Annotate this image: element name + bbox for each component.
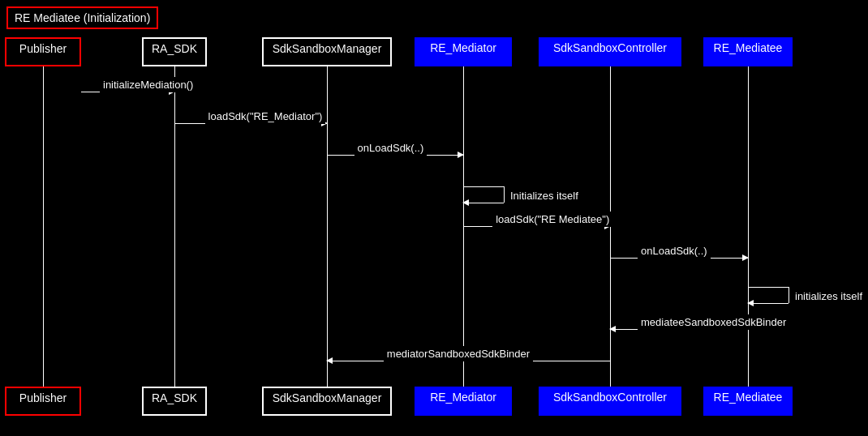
self-arrow-top-6 <box>748 287 789 288</box>
lifeline-0 <box>43 66 44 387</box>
lifeline-5 <box>748 66 749 387</box>
diagram-container: RE Mediatee (Initialization) PublisherRA… <box>0 0 868 436</box>
message-label-5: onLoadSdk(..) <box>638 243 711 259</box>
actor-sdksandboxmanager: SdkSandboxManager <box>262 37 392 66</box>
actor-publisher: Publisher <box>5 37 81 66</box>
actor-re-mediator: RE_Mediator <box>415 37 512 66</box>
message-label-1: loadSdk("RE_Mediator") <box>205 109 326 124</box>
actor-re-mediatee: RE_Mediatee <box>703 387 793 416</box>
message-label-0: initializeMediation() <box>100 77 196 92</box>
self-arrow-top-3 <box>463 186 504 187</box>
actor-sdksandboxmanager: SdkSandboxManager <box>262 387 392 416</box>
message-label-4: loadSdk("RE Mediatee") <box>492 212 612 227</box>
self-arrow-right-3 <box>504 186 505 203</box>
actor-re-mediatee: RE_Mediatee <box>703 37 793 66</box>
message-label-3: Initializes itself <box>507 188 582 203</box>
message-label-2: onLoadSdk(..) <box>355 140 428 156</box>
self-arrow-right-6 <box>789 287 789 303</box>
actor-sdksandboxcontroller: SdkSandboxController <box>539 387 681 416</box>
self-arrow-bottom-3 <box>463 203 504 203</box>
actor-ra-sdk: RA_SDK <box>142 387 207 416</box>
actor-re-mediator: RE_Mediator <box>415 387 512 416</box>
message-label-7: mediateeSandboxedSdkBinder <box>638 314 789 330</box>
actor-publisher: Publisher <box>5 387 81 416</box>
actor-sdksandboxcontroller: SdkSandboxController <box>539 37 681 66</box>
message-label-6: initializes itself <box>792 289 866 304</box>
self-arrow-bottom-6 <box>748 303 789 304</box>
message-label-8: mediatorSandboxedSdkBinder <box>384 346 533 361</box>
lifeline-2 <box>327 66 328 387</box>
actor-ra-sdk: RA_SDK <box>142 37 207 66</box>
title-box: RE Mediatee (Initialization) <box>6 6 158 29</box>
lifeline-1 <box>174 66 175 387</box>
